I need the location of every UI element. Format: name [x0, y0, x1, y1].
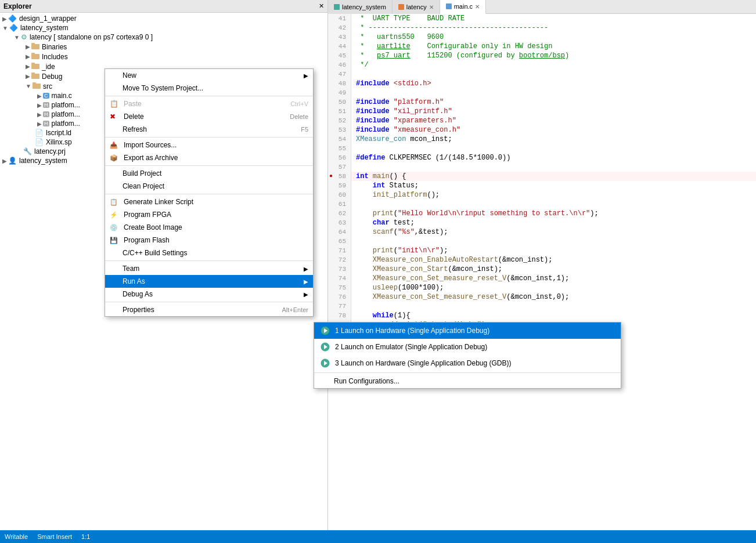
- expand-icon: ▶: [37, 121, 42, 127]
- tab-icon: [334, 4, 340, 10]
- tree-item-binaries[interactable]: ▶ Binaries: [0, 42, 327, 52]
- menu-item-export-archive[interactable]: 📦 Export as Archive: [105, 151, 313, 164]
- menu-item-create-boot[interactable]: 💿 Create Boot Image: [105, 221, 313, 234]
- menu-item-run-as[interactable]: Run As ▶: [105, 275, 313, 288]
- tab-close-icon[interactable]: ✕: [475, 3, 480, 10]
- tree-item-design-wrapper[interactable]: ▶ 🔷 design_1_wrapper: [0, 14, 327, 23]
- line-number: 60: [328, 190, 351, 200]
- svg-rect-0: [31, 44, 39, 49]
- svg-rect-4: [31, 64, 39, 69]
- code-line: 71 print("init\n\r");: [328, 246, 756, 255]
- menu-item-team[interactable]: Team ▶: [105, 262, 313, 275]
- menu-item-program-flash[interactable]: 💾 Program Flash: [105, 234, 313, 247]
- svg-rect-2: [31, 54, 39, 59]
- expand-icon: ▶: [37, 111, 42, 118]
- status-position: 1:1: [81, 533, 90, 540]
- menu-item-generate-linker[interactable]: 📋 Generate Linker Script: [105, 196, 313, 208]
- menu-item-paste[interactable]: 📋 Paste Ctrl+V: [105, 97, 313, 110]
- run-as-submenu: 1 Launch on Hardware (Single Application…: [314, 322, 621, 389]
- separator: [105, 165, 313, 166]
- menu-item-move-system[interactable]: Move To System Project...: [105, 82, 313, 95]
- svg-rect-5: [31, 63, 35, 64]
- menu-item-import-sources[interactable]: 📥 Import Sources...: [105, 139, 313, 151]
- tree-label: Includes: [42, 53, 68, 61]
- tree-label: Debug: [42, 73, 62, 81]
- code-area[interactable]: 41 * UART TYPE BAUD RATE 42 * ----------…: [328, 14, 756, 530]
- menu-item-label: Clean Project: [123, 182, 164, 190]
- line-content: #include "xparameters.h": [351, 116, 456, 125]
- line-number: 55: [328, 144, 351, 153]
- tree-label: _ide: [42, 63, 55, 71]
- menu-item-new[interactable]: New ▶: [105, 69, 313, 82]
- menu-item-program-fpga[interactable]: ⚡ Program FPGA: [105, 208, 313, 221]
- line-number: 72: [328, 255, 351, 265]
- line-content: * uartns550 9600: [351, 32, 444, 42]
- svg-rect-7: [31, 73, 35, 74]
- tree-label: platfom...: [52, 110, 80, 118]
- code-line: 50 #include "platform.h": [328, 97, 756, 107]
- tree-item-includes[interactable]: ▶ Includes: [0, 52, 327, 61]
- arrow-icon: ▶: [304, 291, 308, 298]
- folder-icon: [31, 72, 39, 81]
- menu-item-build-project[interactable]: Build Project: [105, 167, 313, 180]
- submenu-item-run-configs[interactable]: Run Configurations...: [314, 374, 621, 388]
- menu-item-label: Refresh: [123, 125, 301, 133]
- line-content: #define CLKPERMSEC (1/(148.5*1000.0)): [351, 153, 510, 162]
- submenu-item-launch-hw[interactable]: 1 Launch on Hardware (Single Application…: [314, 323, 621, 339]
- tab-bar: latency_system latency ✕ main.c ✕: [328, 0, 756, 14]
- line-number: 50: [328, 97, 351, 107]
- line-number: 75: [328, 283, 351, 292]
- line-number: 74: [328, 274, 351, 283]
- explorer-close-icon[interactable]: ✕: [319, 2, 324, 10]
- line-content: * ps7_uart 115200 (configured by bootrom…: [351, 51, 569, 60]
- menu-item-clean-project[interactable]: Clean Project: [105, 180, 313, 193]
- line-content: XMeasure_con_EnableAutoRestart(&mcon_ins…: [351, 255, 552, 265]
- delete-icon: ✖: [110, 113, 121, 121]
- tab-latency-system[interactable]: latency_system: [328, 0, 393, 14]
- menu-item-delete[interactable]: ✖ Delete Delete: [105, 110, 313, 123]
- code-line: 65: [328, 237, 756, 246]
- code-line: 57: [328, 162, 756, 172]
- code-line: 44 * uartlite Configurable only in HW de…: [328, 42, 756, 51]
- line-number: 41: [328, 14, 351, 23]
- line-number: 52: [328, 116, 351, 125]
- app-icon: ⚙: [21, 33, 27, 41]
- line-number: 77: [328, 302, 351, 311]
- line-content: * UART TYPE BAUD RATE: [351, 14, 465, 23]
- line-number: 71: [328, 246, 351, 255]
- tree-label: platfom...: [52, 120, 80, 128]
- expand-icon: ▶: [26, 73, 30, 79]
- line-content: int Status;: [351, 181, 419, 190]
- svg-rect-9: [33, 82, 36, 84]
- expand-icon: ▼: [2, 25, 8, 31]
- menu-item-label: Generate Linker Script: [124, 198, 193, 206]
- tab-latency[interactable]: latency ✕: [393, 0, 440, 14]
- tree-item-latency-app[interactable]: ▼ ⚙ latency [ standalone on ps7 cortexa9…: [0, 32, 327, 42]
- tab-main-c[interactable]: main.c ✕: [440, 0, 486, 14]
- expand-icon: ▶: [2, 158, 7, 164]
- menu-item-properties[interactable]: Properties Alt+Enter: [105, 303, 313, 316]
- tree-item-latency-system[interactable]: ▼ 🔷 latency_system: [0, 23, 327, 32]
- c-file-icon: C: [43, 93, 49, 99]
- submenu-item-launch-hw-gdb[interactable]: 3 Launch on Hardware (Single Application…: [314, 355, 621, 371]
- line-content: * --------------------------------------…: [351, 23, 548, 32]
- tree-label: lscript.ld: [46, 129, 71, 137]
- code-line: 60 init_platform();: [328, 190, 756, 200]
- submenu-item-launch-emulator[interactable]: 2 Launch on Emulator (Single Application…: [314, 339, 621, 355]
- menu-item-refresh[interactable]: Refresh F5: [105, 123, 313, 136]
- expand-icon: ▶: [2, 16, 7, 22]
- menu-item-label: Delete: [124, 113, 290, 121]
- explorer-panel: Explorer ✕ ▶ 🔷 design_1_wrapper ▼ 🔷 late…: [0, 0, 328, 530]
- menu-item-build-settings[interactable]: C/C++ Build Settings: [105, 247, 313, 259]
- line-content: */: [351, 60, 369, 70]
- menu-item-debug-as[interactable]: Debug As ▶: [105, 288, 313, 301]
- tab-label: latency: [406, 3, 427, 10]
- line-number: 78: [328, 311, 351, 320]
- expand-icon: ▶: [37, 102, 42, 108]
- tree-label: src: [43, 82, 52, 91]
- menu-item-label: C/C++ Build Settings: [123, 249, 187, 257]
- menu-item-label: Export as Archive: [124, 154, 178, 162]
- tab-close-icon[interactable]: ✕: [429, 4, 434, 10]
- separator: [105, 96, 313, 96]
- project-icon: 🔷: [8, 15, 17, 23]
